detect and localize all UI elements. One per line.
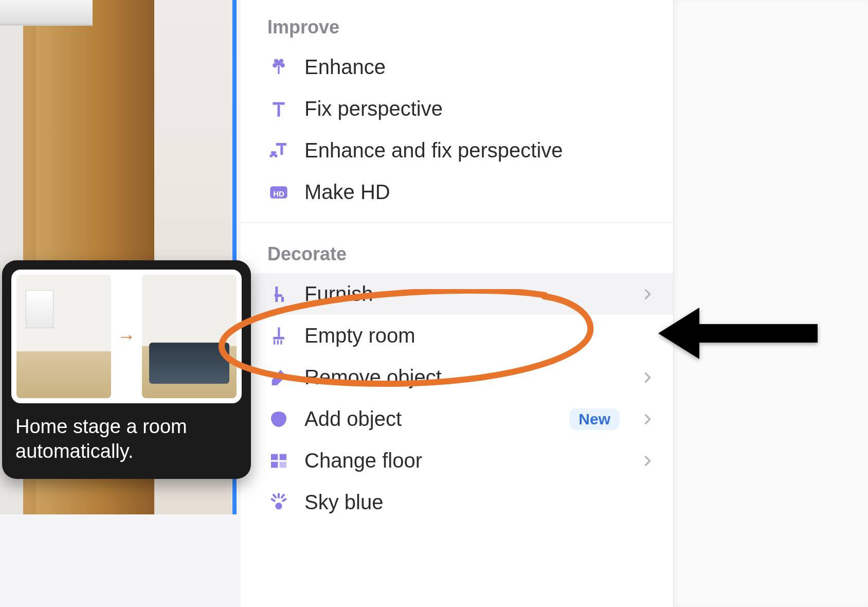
tooltip-description: Home stage a room automatically. (11, 415, 242, 463)
menu-item-empty-room[interactable]: Empty room (241, 315, 673, 356)
menu-item-add-object[interactable]: Add object New (241, 398, 673, 440)
tooltip-before-image (16, 275, 111, 398)
svg-point-24 (275, 503, 282, 509)
eraser-icon (267, 366, 290, 389)
menu-item-sky-blue[interactable]: Sky blue (241, 481, 673, 523)
svg-line-26 (272, 499, 275, 501)
menu-item-label: Make HD (304, 181, 655, 204)
sun-icon (267, 491, 290, 514)
menu-item-enhance[interactable]: Enhance (241, 46, 673, 88)
svg-text:HD: HD (273, 189, 284, 198)
tooltip-preview: → (11, 270, 242, 403)
chevron-right-icon (640, 287, 655, 301)
svg-point-3 (274, 59, 278, 63)
menu-item-label: Change floor (304, 449, 623, 472)
svg-line-29 (282, 495, 284, 497)
menu-item-label: Add object (304, 407, 555, 431)
new-badge: New (569, 408, 620, 430)
section-header-improve: Improve (241, 0, 673, 46)
svg-point-10 (275, 154, 278, 157)
svg-rect-21 (280, 454, 286, 460)
svg-rect-19 (280, 340, 282, 344)
chevron-right-icon (640, 412, 655, 426)
svg-point-1 (273, 63, 277, 67)
hd-icon: HD (267, 181, 290, 204)
menu-item-label: Enhance and fix perspective (304, 139, 655, 162)
menu-item-label: Furnish (304, 282, 623, 306)
menu-divider (241, 222, 673, 223)
menu-item-make-hd[interactable]: HD Make HD (241, 171, 673, 213)
section-header-decorate: Decorate (241, 227, 673, 273)
canvas-background (674, 0, 868, 607)
menu-item-label: Fix perspective (304, 97, 655, 120)
svg-rect-18 (277, 340, 279, 344)
edit-menu-panel: Improve Enhance Fix perspective Enhance … (241, 0, 674, 607)
svg-rect-15 (281, 297, 284, 302)
perspective-icon (267, 98, 290, 120)
svg-point-12 (274, 151, 276, 153)
svg-point-9 (269, 154, 273, 157)
feature-tooltip: → Home stage a room automatically. (2, 260, 251, 479)
svg-rect-22 (271, 461, 278, 468)
floor-tiles-icon (267, 450, 290, 472)
svg-rect-16 (278, 327, 280, 336)
svg-line-27 (283, 499, 285, 501)
chair-icon (267, 283, 290, 306)
svg-rect-23 (280, 461, 286, 468)
blob-icon (267, 408, 290, 431)
svg-line-28 (274, 495, 276, 497)
svg-point-4 (279, 59, 283, 63)
menu-item-label: Sky blue (304, 491, 655, 514)
chevron-right-icon (640, 370, 655, 385)
svg-point-2 (280, 63, 285, 67)
tooltip-after-image (142, 275, 237, 398)
svg-rect-5 (278, 65, 279, 74)
menu-item-remove-object[interactable]: Remove object (241, 356, 673, 398)
menu-item-furnish[interactable]: Furnish (241, 273, 673, 315)
menu-item-change-floor[interactable]: Change floor (241, 440, 673, 481)
menu-item-label: Enhance (304, 56, 655, 79)
chevron-right-icon (640, 454, 655, 468)
svg-rect-17 (274, 340, 275, 344)
broom-icon (267, 325, 290, 347)
svg-rect-20 (271, 454, 278, 460)
menu-item-label: Empty room (304, 324, 655, 347)
svg-rect-7 (280, 146, 283, 155)
enhance-perspective-icon (267, 139, 290, 162)
ac-unit-decoration (0, 0, 93, 26)
svg-rect-6 (278, 104, 280, 116)
menu-item-label: Remove object (304, 366, 623, 389)
flower-icon (267, 56, 290, 79)
menu-item-enhance-fix[interactable]: Enhance and fix perspective (241, 130, 673, 171)
svg-point-11 (271, 151, 274, 153)
arrow-right-icon: → (115, 326, 138, 347)
menu-item-fix-perspective[interactable]: Fix perspective (241, 88, 673, 130)
